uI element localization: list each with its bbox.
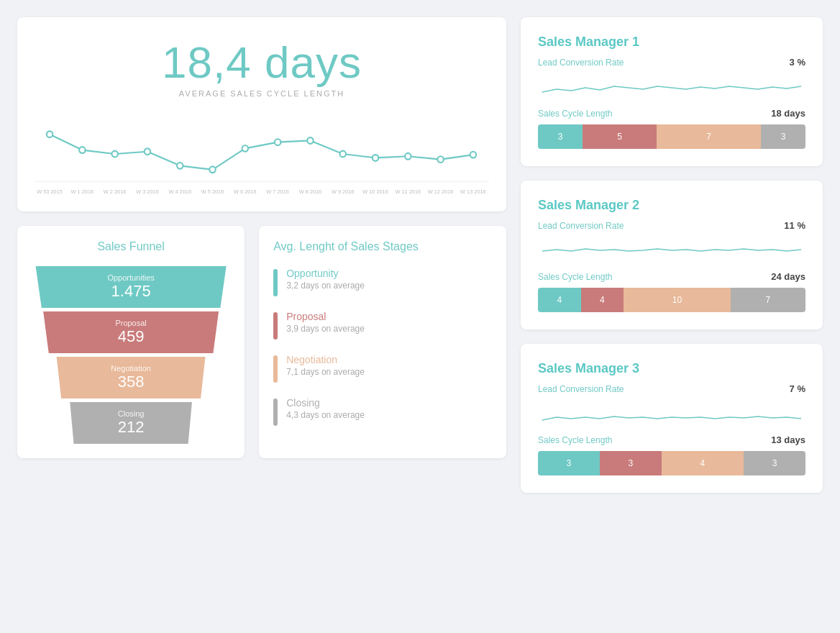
svg-point-25 [373, 155, 378, 161]
negotiation-name: Negotiation [286, 354, 365, 365]
stage-negotiation: Negotiation 7,1 days on average [273, 354, 492, 383]
svg-point-23 [307, 137, 313, 144]
svg-text:W 8 2016: W 8 2016 [299, 188, 322, 194]
svg-text:W 6 2016: W 6 2016 [234, 188, 257, 194]
svg-point-20 [209, 166, 215, 173]
manager-1-cycle-row: Sales Cycle Length 18 days [538, 108, 805, 119]
opportunity-desc: 3,2 days on average [286, 281, 365, 291]
main-line-chart: W 53 2015 W 1 2016 W 2 2016 W 3 2016 W 4… [35, 111, 489, 197]
manager-3-bar: 3 3 4 3 [538, 451, 805, 475]
manager-3-cycle-value: 13 days [771, 434, 805, 445]
manager-1-seg-1: 3 [538, 124, 583, 149]
negotiation-desc: 7,1 days on average [286, 367, 365, 377]
svg-point-19 [177, 163, 183, 169]
funnel-negotiation: Negotiation 358 [53, 357, 208, 399]
funnel-opportunities: Opportunities 1.475 [32, 266, 230, 308]
funnel-proposal: Proposal 459 [40, 311, 222, 353]
manager-2-cycle-row: Sales Cycle Length 24 days [538, 271, 805, 282]
manager-2-seg-2: 4 [581, 288, 624, 312]
svg-text:W 3 2016: W 3 2016 [136, 188, 159, 194]
manager-3-lead-row: Lead Conversion Rate 7 % [538, 383, 805, 394]
proposal-indicator [273, 312, 278, 340]
manager-1-lead-value: 3 % [790, 57, 805, 68]
main-card: 18,4 days AVERAGE SALES CYCLE LENGTH W 5… [17, 17, 506, 211]
negotiation-indicator [273, 355, 278, 383]
svg-point-27 [437, 156, 443, 163]
avg-days-value: 18,4 days [35, 40, 489, 85]
svg-point-28 [470, 152, 476, 158]
funnel-stages: Opportunities 1.475 Proposal 459 Negotia… [32, 266, 230, 444]
manager-2-lead-row: Lead Conversion Rate 11 % [538, 220, 805, 231]
manager-1-seg-2: 5 [583, 124, 657, 149]
manager-2-title: Sales Manager 2 [538, 198, 805, 213]
manager-2-seg-4: 7 [731, 288, 805, 312]
manager-2-cycle-value: 24 days [771, 271, 805, 282]
svg-point-26 [405, 153, 411, 160]
manager-2-lead-value: 11 % [784, 220, 805, 231]
manager-1-card: Sales Manager 1 Lead Conversion Rate 3 %… [521, 17, 823, 166]
svg-point-22 [275, 139, 280, 145]
avg-days-label: AVERAGE SALES CYCLE LENGTH [35, 89, 489, 98]
proposal-desc: 3,9 days on average [286, 324, 365, 334]
manager-1-title: Sales Manager 1 [538, 35, 805, 50]
svg-point-24 [339, 151, 345, 158]
manager-3-title: Sales Manager 3 [538, 361, 805, 376]
stage-proposal: Proposal 3,9 days on average [273, 311, 492, 340]
manager-2-bar: 4 4 10 7 [538, 288, 805, 312]
svg-text:W 10 2016: W 10 2016 [362, 188, 388, 194]
manager-3-seg-2: 3 [600, 451, 662, 475]
svg-text:W 13 2016: W 13 2016 [460, 188, 486, 194]
svg-text:W 4 2016: W 4 2016 [168, 188, 191, 194]
svg-point-18 [145, 148, 150, 155]
manager-3-lead-value: 7 % [790, 383, 805, 394]
svg-point-21 [242, 145, 248, 152]
manager-3-cycle-label: Sales Cycle Length [538, 435, 612, 445]
managers-column: Sales Manager 1 Lead Conversion Rate 3 %… [521, 17, 823, 616]
svg-text:W 2 2016: W 2 2016 [104, 188, 127, 194]
manager-3-sparkline [538, 399, 805, 427]
closing-desc: 4,3 days on average [286, 410, 365, 420]
stages-title: Avg. Lenght of Sales Stages [273, 240, 492, 253]
opportunity-name: Opportunity [286, 268, 365, 279]
manager-3-cycle-row: Sales Cycle Length 13 days [538, 434, 805, 445]
stage-closing: Closing 4,3 days on average [273, 397, 492, 426]
manager-1-bar: 3 5 7 3 [538, 124, 805, 149]
stage-opportunity: Opportunity 3,2 days on average [273, 268, 492, 296]
manager-1-lead-label: Lead Conversion Rate [538, 58, 624, 68]
svg-point-16 [79, 147, 85, 153]
manager-2-sparkline [538, 235, 805, 264]
svg-point-15 [47, 131, 52, 137]
funnel-card: Sales Funnel Opportunities 1.475 Proposa… [17, 226, 245, 458]
manager-3-lead-label: Lead Conversion Rate [538, 384, 624, 394]
manager-2-seg-1: 4 [538, 288, 581, 312]
manager-1-seg-3: 7 [657, 124, 761, 149]
svg-text:W 12 2016: W 12 2016 [428, 188, 454, 194]
funnel-closing: Closing 212 [68, 402, 195, 444]
manager-1-cycle-value: 18 days [771, 108, 805, 119]
svg-text:W 7 2016: W 7 2016 [266, 188, 289, 194]
closing-name: Closing [286, 397, 365, 409]
manager-3-seg-1: 3 [538, 451, 600, 475]
svg-text:W 5 2016: W 5 2016 [201, 188, 224, 194]
proposal-name: Proposal [286, 311, 365, 322]
svg-text:W 1 2016: W 1 2016 [71, 188, 94, 194]
svg-text:W 53 2015: W 53 2015 [37, 188, 63, 194]
opportunity-indicator [273, 269, 278, 296]
svg-text:W 9 2016: W 9 2016 [332, 188, 355, 194]
manager-3-seg-3: 4 [662, 451, 744, 475]
closing-indicator [273, 399, 278, 426]
manager-1-lead-row: Lead Conversion Rate 3 % [538, 57, 805, 68]
manager-3-seg-4: 3 [744, 451, 805, 475]
svg-text:W 11 2016: W 11 2016 [395, 188, 421, 194]
manager-2-lead-label: Lead Conversion Rate [538, 221, 624, 231]
manager-2-card: Sales Manager 2 Lead Conversion Rate 11 … [521, 181, 823, 329]
stages-card: Avg. Lenght of Sales Stages Opportunity … [259, 226, 506, 458]
manager-2-seg-3: 10 [624, 288, 731, 312]
manager-1-seg-4: 3 [761, 124, 805, 149]
manager-1-cycle-label: Sales Cycle Length [538, 109, 612, 119]
manager-1-sparkline [538, 72, 805, 101]
svg-point-17 [111, 151, 117, 158]
manager-3-card: Sales Manager 3 Lead Conversion Rate 7 %… [521, 344, 823, 493]
funnel-title: Sales Funnel [32, 240, 230, 253]
manager-2-cycle-label: Sales Cycle Length [538, 272, 612, 282]
